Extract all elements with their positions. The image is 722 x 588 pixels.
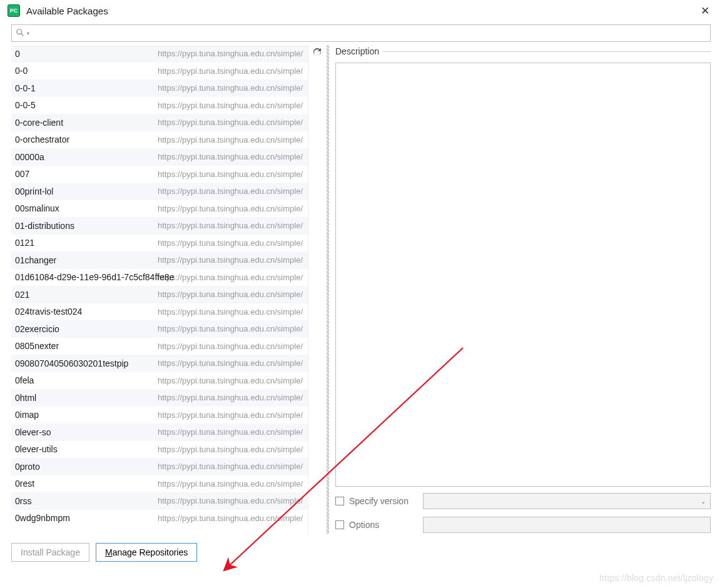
package-row[interactable]: https://pypi.tuna.tsinghua.edu.cn/simple… bbox=[11, 475, 308, 493]
refresh-button[interactable] bbox=[308, 45, 325, 534]
package-name: 0121 bbox=[14, 238, 34, 248]
package-source-url: https://pypi.tuna.tsinghua.edu.cn/simple… bbox=[158, 135, 303, 144]
package-name: 00000a bbox=[14, 152, 44, 162]
package-row[interactable]: https://pypi.tuna.tsinghua.edu.cn/simple… bbox=[11, 407, 308, 424]
package-name: 0proto bbox=[14, 462, 40, 472]
package-source-url: https://pypi.tuna.tsinghua.edu.cn/simple… bbox=[158, 496, 303, 505]
package-row[interactable]: https://pypi.tuna.tsinghua.edu.cn/simple… bbox=[11, 97, 308, 114]
package-row[interactable]: https://pypi.tuna.tsinghua.edu.cn/simple… bbox=[11, 235, 308, 252]
package-row[interactable]: https://pypi.tuna.tsinghua.edu.cn/simple… bbox=[11, 389, 308, 407]
package-name: 0rss bbox=[14, 496, 31, 506]
package-name: 01changer bbox=[14, 255, 56, 265]
description-label: Description bbox=[335, 46, 383, 56]
options-input[interactable] bbox=[423, 517, 711, 533]
package-row[interactable]: https://pypi.tuna.tsinghua.edu.cn/simple… bbox=[11, 303, 308, 321]
package-name: 024travis-test024 bbox=[14, 307, 82, 317]
package-name: 01d61084-d29e-11e9-96d1-7c5cf84ffe8e bbox=[14, 272, 174, 282]
manage-repositories-button[interactable]: Manage Repositories bbox=[96, 543, 197, 562]
description-label-row: Description bbox=[335, 45, 711, 58]
specify-version-checkbox[interactable] bbox=[335, 497, 344, 505]
package-name: 0-0 bbox=[14, 66, 28, 76]
close-icon[interactable]: ✕ bbox=[696, 3, 714, 19]
package-source-url: https://pypi.tuna.tsinghua.edu.cn/simple… bbox=[158, 186, 303, 196]
package-source-url: https://pypi.tuna.tsinghua.edu.cn/simple… bbox=[158, 290, 303, 299]
search-field[interactable]: ▾ bbox=[11, 24, 711, 42]
package-row[interactable]: https://pypi.tuna.tsinghua.edu.cn/simple… bbox=[11, 63, 308, 80]
package-name: 0-0-5 bbox=[14, 100, 36, 110]
package-name: 0html bbox=[14, 393, 36, 403]
package-source-url: https://pypi.tuna.tsinghua.edu.cn/simple… bbox=[158, 118, 303, 127]
package-source-url: https://pypi.tuna.tsinghua.edu.cn/simple… bbox=[158, 393, 303, 402]
package-row[interactable]: https://pypi.tuna.tsinghua.edu.cn/simple… bbox=[11, 166, 308, 183]
watermark: https://blog.csdn.net/ljzology bbox=[599, 573, 713, 583]
package-row[interactable]: https://pypi.tuna.tsinghua.edu.cn/simple… bbox=[11, 251, 308, 269]
package-name: 0wdg9nbmpm bbox=[14, 513, 70, 523]
specify-version-select[interactable] bbox=[423, 493, 711, 509]
package-name: 00smalinux bbox=[14, 203, 59, 213]
package-source-url: https://pypi.tuna.tsinghua.edu.cn/simple… bbox=[158, 445, 303, 454]
package-row[interactable]: https://pypi.tuna.tsinghua.edu.cn/simple… bbox=[11, 423, 308, 441]
package-source-url: https://pypi.tuna.tsinghua.edu.cn/simple… bbox=[158, 342, 303, 351]
splitter[interactable] bbox=[327, 45, 329, 534]
package-name: 021 bbox=[14, 290, 29, 300]
package-source-url: https://pypi.tuna.tsinghua.edu.cn/simple… bbox=[158, 273, 303, 282]
package-row[interactable]: https://pypi.tuna.tsinghua.edu.cn/simple… bbox=[11, 320, 308, 338]
package-row[interactable]: https://pypi.tuna.tsinghua.edu.cn/simple… bbox=[11, 441, 308, 459]
package-source-url: https://pypi.tuna.tsinghua.edu.cn/simple… bbox=[158, 514, 303, 523]
package-row[interactable]: https://pypi.tuna.tsinghua.edu.cn/simple… bbox=[11, 269, 308, 286]
package-source-url: https://pypi.tuna.tsinghua.edu.cn/simple… bbox=[158, 170, 303, 179]
package-list[interactable]: https://pypi.tuna.tsinghua.edu.cn/simple… bbox=[11, 45, 308, 534]
package-row[interactable]: https://pypi.tuna.tsinghua.edu.cn/simple… bbox=[11, 492, 308, 510]
package-row[interactable]: https://pypi.tuna.tsinghua.edu.cn/simple… bbox=[11, 372, 308, 390]
package-name: 00print-lol bbox=[14, 186, 53, 196]
window-title: Available Packages bbox=[26, 6, 108, 16]
package-row[interactable]: https://pypi.tuna.tsinghua.edu.cn/simple… bbox=[11, 458, 308, 475]
package-source-url: https://pypi.tuna.tsinghua.edu.cn/simple… bbox=[158, 427, 303, 437]
package-source-url: https://pypi.tuna.tsinghua.edu.cn/simple… bbox=[158, 479, 303, 489]
package-source-url: https://pypi.tuna.tsinghua.edu.cn/simple… bbox=[158, 462, 303, 471]
package-name: 007 bbox=[14, 169, 29, 179]
package-row[interactable]: https://pypi.tuna.tsinghua.edu.cn/simple… bbox=[11, 217, 308, 235]
search-icon bbox=[16, 28, 24, 39]
package-source-url: https://pypi.tuna.tsinghua.edu.cn/simple… bbox=[158, 376, 303, 385]
package-source-url: https://pypi.tuna.tsinghua.edu.cn/simple… bbox=[158, 49, 303, 58]
svg-point-0 bbox=[17, 29, 22, 34]
package-row[interactable]: https://pypi.tuna.tsinghua.edu.cn/simple… bbox=[11, 355, 308, 372]
manage-repositories-mnemonic: M bbox=[105, 547, 113, 557]
package-row[interactable]: https://pypi.tuna.tsinghua.edu.cn/simple… bbox=[11, 200, 308, 218]
package-row[interactable]: https://pypi.tuna.tsinghua.edu.cn/simple… bbox=[11, 510, 308, 527]
package-source-url: https://pypi.tuna.tsinghua.edu.cn/simple… bbox=[158, 152, 303, 161]
manage-repositories-rest: anage Repositories bbox=[113, 547, 188, 557]
package-row[interactable]: https://pypi.tuna.tsinghua.edu.cn/simple… bbox=[11, 286, 308, 303]
svg-line-1 bbox=[21, 33, 24, 36]
package-row[interactable]: https://pypi.tuna.tsinghua.edu.cn/simple… bbox=[11, 114, 308, 131]
package-name: 0805nexter bbox=[14, 341, 59, 351]
install-package-button[interactable]: Install Package bbox=[11, 543, 89, 562]
package-row[interactable]: https://pypi.tuna.tsinghua.edu.cn/simple… bbox=[11, 148, 308, 166]
package-source-url: https://pypi.tuna.tsinghua.edu.cn/simple… bbox=[158, 324, 303, 333]
pycharm-icon: PC bbox=[8, 4, 20, 17]
package-row[interactable]: https://pypi.tuna.tsinghua.edu.cn/simple… bbox=[11, 338, 308, 355]
search-input[interactable] bbox=[29, 29, 706, 38]
package-source-url: https://pypi.tuna.tsinghua.edu.cn/simple… bbox=[158, 255, 303, 265]
options-label: Options bbox=[349, 520, 423, 530]
package-source-url: https://pypi.tuna.tsinghua.edu.cn/simple… bbox=[158, 221, 303, 230]
package-name: 01-distributions bbox=[14, 221, 74, 231]
options-checkbox[interactable] bbox=[335, 520, 344, 529]
description-text bbox=[335, 63, 711, 487]
package-source-url: https://pypi.tuna.tsinghua.edu.cn/simple… bbox=[158, 204, 303, 213]
package-row[interactable]: https://pypi.tuna.tsinghua.edu.cn/simple… bbox=[11, 45, 308, 63]
package-row[interactable]: https://pypi.tuna.tsinghua.edu.cn/simple… bbox=[11, 79, 308, 97]
package-name: 090807040506030201testpip bbox=[14, 358, 128, 368]
package-name: 0lever-utils bbox=[14, 444, 58, 454]
divider bbox=[383, 51, 711, 52]
package-source-url: https://pypi.tuna.tsinghua.edu.cn/simple… bbox=[158, 307, 303, 317]
package-source-url: https://pypi.tuna.tsinghua.edu.cn/simple… bbox=[158, 83, 303, 93]
package-row[interactable]: https://pypi.tuna.tsinghua.edu.cn/simple… bbox=[11, 183, 308, 200]
package-name: 0 bbox=[14, 49, 20, 59]
package-row[interactable]: https://pypi.tuna.tsinghua.edu.cn/simple… bbox=[11, 131, 308, 149]
title-bar: PC Available Packages ✕ bbox=[0, 0, 722, 21]
package-name: 02exercicio bbox=[14, 324, 59, 334]
package-source-url: https://pypi.tuna.tsinghua.edu.cn/simple… bbox=[158, 66, 303, 76]
package-name: 0imap bbox=[14, 410, 39, 420]
